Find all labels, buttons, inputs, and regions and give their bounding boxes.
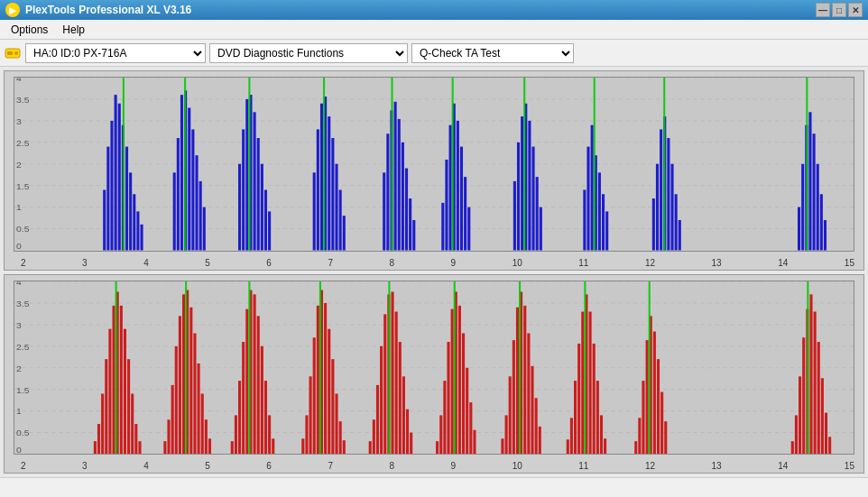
svg-rect-243 — [814, 311, 817, 454]
svg-rect-229 — [638, 418, 641, 454]
svg-rect-156 — [201, 393, 204, 454]
x-label: 2 — [21, 461, 26, 471]
svg-rect-186 — [380, 345, 383, 454]
x-label: 7 — [328, 258, 333, 268]
maximize-button[interactable]: □ — [832, 3, 846, 17]
bottom-panel: Jitter: 5 Peak Shift: — [0, 477, 868, 497]
svg-rect-210 — [516, 307, 519, 454]
svg-rect-145 — [138, 441, 141, 454]
svg-text:0: 0 — [16, 241, 22, 251]
svg-rect-236 — [664, 421, 667, 454]
svg-rect-38 — [199, 181, 202, 251]
drive-select[interactable]: HA:0 ID:0 PX-716A — [25, 43, 206, 63]
svg-rect-216 — [539, 426, 541, 454]
svg-text:3.5: 3.5 — [16, 95, 30, 105]
svg-rect-173 — [309, 376, 312, 454]
svg-rect-148 — [171, 384, 174, 454]
svg-rect-247 — [828, 437, 831, 454]
svg-rect-80 — [532, 147, 535, 251]
svg-rect-91 — [656, 164, 659, 251]
menu-options[interactable]: Options — [4, 22, 55, 38]
svg-text:2: 2 — [16, 363, 22, 373]
svg-rect-136 — [105, 359, 107, 454]
close-button[interactable]: ✕ — [848, 3, 863, 17]
x-label: 14 — [778, 461, 788, 471]
svg-text:4: 4 — [16, 78, 22, 83]
svg-text:1.5: 1.5 — [16, 181, 30, 191]
svg-rect-103 — [817, 164, 819, 251]
svg-rect-215 — [535, 398, 538, 454]
svg-rect-196 — [439, 415, 442, 454]
svg-rect-54 — [331, 138, 334, 250]
x-label: 13 — [712, 258, 722, 268]
svg-rect-230 — [642, 381, 644, 454]
menu-help[interactable]: Help — [55, 22, 92, 38]
title-bar-controls[interactable]: — □ ✕ — [816, 3, 863, 17]
svg-rect-32 — [177, 138, 180, 250]
minimize-button[interactable]: — — [816, 3, 830, 17]
svg-rect-157 — [205, 419, 208, 454]
x-label: 11 — [578, 258, 588, 268]
svg-rect-76 — [517, 143, 520, 251]
svg-rect-89 — [605, 211, 608, 250]
svg-rect-84 — [586, 147, 589, 251]
svg-rect-74 — [467, 207, 470, 251]
svg-rect-217 — [567, 439, 569, 454]
svg-rect-220 — [577, 343, 580, 454]
svg-rect-201 — [458, 305, 461, 454]
x-label: 5 — [205, 258, 210, 268]
function-select[interactable]: DVD Diagnostic Functions — [209, 43, 408, 63]
svg-rect-140 — [120, 305, 123, 454]
svg-rect-155 — [198, 363, 200, 454]
svg-rect-149 — [175, 345, 178, 454]
x-label: 12 — [645, 461, 655, 471]
svg-rect-48 — [268, 211, 271, 250]
svg-rect-61 — [394, 102, 397, 251]
toolbar: HA:0 ID:0 PX-716A DVD Diagnostic Functio… — [0, 40, 868, 67]
svg-rect-175 — [317, 305, 319, 454]
svg-rect-180 — [335, 393, 337, 454]
svg-rect-181 — [339, 421, 342, 454]
test-select[interactable]: Q-Check TA Test — [411, 43, 574, 63]
x-label: 2 — [21, 258, 26, 268]
svg-rect-226 — [600, 415, 603, 454]
svg-rect-83 — [583, 189, 586, 250]
svg-text:2.5: 2.5 — [16, 341, 30, 351]
svg-rect-88 — [602, 194, 605, 250]
svg-rect-239 — [799, 376, 801, 454]
svg-rect-51 — [320, 104, 323, 251]
svg-rect-184 — [373, 419, 375, 454]
svg-rect-99 — [801, 164, 804, 251]
svg-rect-203 — [466, 367, 468, 454]
bottom-chart-x-axis: 2 3 4 5 6 7 8 9 10 11 12 13 14 15 — [21, 461, 854, 471]
svg-rect-165 — [254, 294, 256, 454]
svg-rect-97 — [679, 220, 681, 251]
title-bar-text: PlexTools Professional XL V3.16 — [25, 4, 191, 16]
svg-text:1: 1 — [16, 203, 22, 213]
svg-rect-242 — [809, 294, 812, 454]
x-label: 8 — [389, 461, 394, 471]
x-label: 15 — [845, 461, 854, 471]
svg-rect-101 — [808, 112, 811, 250]
svg-rect-209 — [512, 340, 515, 454]
svg-rect-105 — [824, 220, 826, 251]
svg-rect-20 — [103, 189, 106, 250]
svg-rect-65 — [409, 198, 411, 250]
svg-rect-177 — [324, 302, 327, 454]
drive-icon — [4, 44, 22, 62]
svg-rect-92 — [660, 129, 662, 250]
svg-rect-36 — [191, 129, 194, 250]
svg-rect-102 — [813, 133, 816, 250]
svg-rect-245 — [821, 378, 824, 454]
svg-rect-44 — [254, 112, 256, 250]
svg-text:0: 0 — [16, 444, 22, 454]
svg-text:0.5: 0.5 — [16, 428, 30, 437]
svg-rect-22 — [110, 121, 113, 251]
svg-rect-67 — [441, 203, 444, 251]
x-label: 9 — [451, 258, 457, 268]
svg-rect-134 — [97, 423, 100, 454]
svg-rect-240 — [802, 337, 805, 454]
svg-rect-151 — [182, 294, 185, 454]
svg-rect-192 — [402, 376, 405, 454]
svg-rect-75 — [513, 181, 516, 251]
